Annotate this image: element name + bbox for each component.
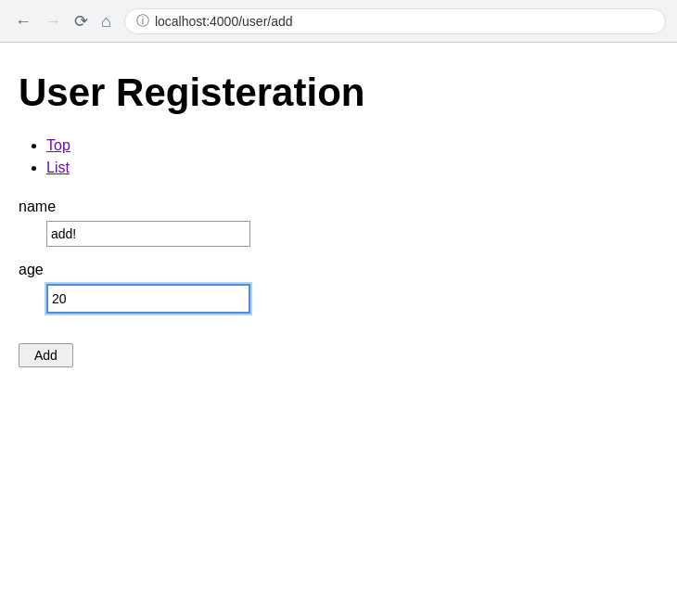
- info-icon: ⓘ: [136, 13, 149, 30]
- list-link[interactable]: List: [46, 160, 70, 175]
- page-content: User Registeration Top List name age Add: [0, 43, 677, 395]
- add-button[interactable]: Add: [19, 343, 73, 367]
- top-link[interactable]: Top: [46, 137, 70, 153]
- age-field-group: age: [19, 262, 658, 314]
- name-field-group: name: [19, 199, 658, 247]
- name-input[interactable]: [46, 221, 250, 247]
- list-item: Top: [46, 137, 658, 154]
- forward-button[interactable]: →: [41, 11, 65, 32]
- address-bar[interactable]: ⓘ localhost:4000/user/add: [124, 8, 666, 34]
- browser-chrome: ← → ⟳ ⌂ ⓘ localhost:4000/user/add: [0, 0, 677, 43]
- nav-list: Top List: [19, 137, 658, 176]
- list-item: List: [46, 160, 658, 176]
- home-button[interactable]: ⌂: [97, 11, 115, 32]
- age-label: age: [19, 262, 658, 278]
- page-title: User Registeration: [19, 71, 658, 115]
- nav-buttons: ← → ⟳ ⌂: [11, 11, 115, 32]
- reload-button[interactable]: ⟳: [70, 11, 92, 32]
- back-button[interactable]: ←: [11, 11, 35, 32]
- url-text: localhost:4000/user/add: [155, 14, 293, 29]
- age-input[interactable]: [46, 284, 250, 314]
- name-label: name: [19, 199, 658, 215]
